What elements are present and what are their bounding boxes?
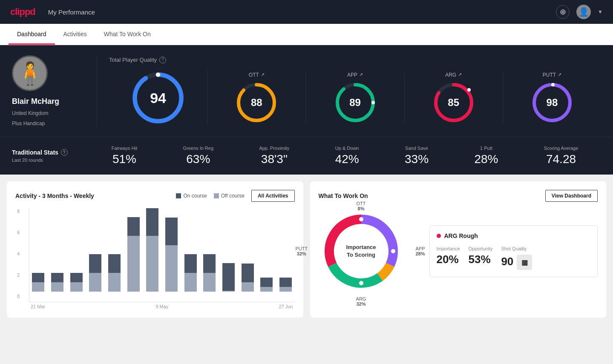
arg-score-item: ARG ↗ 85 <box>405 72 503 124</box>
chart-x-axis: 21 Mar 9 May 27 Jun <box>29 304 295 309</box>
stats-subtitle: Last 20 rounds <box>12 158 89 163</box>
hero-section: 🧍 Blair McHarg United Kingdom Plus Handi… <box>0 45 613 137</box>
bar-group-5 <box>124 217 142 292</box>
work-card: What To Work On View Dashboard OTT 8% AP… <box>310 181 607 318</box>
bar-chart <box>29 209 295 302</box>
header-controls: ⊕ 👤 ▼ <box>556 5 603 19</box>
user-avatar[interactable]: 👤 <box>576 5 591 19</box>
bar-on-8 <box>184 254 197 273</box>
bar-on-4 <box>108 254 121 273</box>
work-detail-area: ARG Rough Importance 20% Opportunity 53%… <box>429 225 598 277</box>
bar-off-7 <box>165 245 178 292</box>
legend-off-course: Off course <box>214 193 245 199</box>
bar-on-12 <box>260 278 273 287</box>
stat-oneputt-label: 1 Putt <box>480 146 492 151</box>
stat-fairways-value: 51% <box>112 152 136 166</box>
logo: clippd <box>10 6 35 17</box>
activity-card: Activity - 3 Months - Weekly On course O… <box>7 181 303 318</box>
stat-proximity-value: 38'3" <box>261 152 288 166</box>
bar-stack-6 <box>144 208 161 292</box>
arg-ring: 85 <box>432 81 475 124</box>
app-score-value: 89 <box>349 97 361 109</box>
bar-group-13 <box>277 278 295 292</box>
all-activities-button[interactable]: All Activities <box>251 190 295 202</box>
bar-group-9 <box>201 254 219 292</box>
stat-scoring-value: 74.28 <box>546 152 576 166</box>
bar-stack-12 <box>258 278 276 292</box>
ott-score-value: 88 <box>251 97 262 109</box>
tab-activities[interactable]: Activities <box>55 24 95 45</box>
putt-score-item: PUTT ↗ 98 <box>503 72 601 124</box>
bar-on-13 <box>279 278 292 287</box>
player-info: 🧍 Blair McHarg United Kingdom Plus Handi… <box>12 55 97 126</box>
bar-on-1 <box>51 273 63 282</box>
bar-off-11 <box>242 282 254 292</box>
stat-greens-value: 63% <box>186 152 210 166</box>
work-detail-card: ARG Rough Importance 20% Opportunity 53%… <box>429 225 598 277</box>
help-icon[interactable]: ? <box>159 57 166 63</box>
bar-stack-2 <box>67 273 85 292</box>
chevron-down-icon: ▼ <box>598 9 603 15</box>
stats-help-icon[interactable]: ? <box>61 149 68 156</box>
ott-arrow-icon: ↗ <box>261 72 265 77</box>
add-button[interactable]: ⊕ <box>556 5 570 19</box>
bar-group-8 <box>181 254 199 292</box>
work-card-title: What To Work On <box>319 192 368 199</box>
svg-point-13 <box>551 83 555 86</box>
svg-point-21 <box>391 249 395 253</box>
bar-off-9 <box>203 273 216 292</box>
work-card-header: What To Work On View Dashboard <box>319 190 598 202</box>
stat-greens-label: Greens In Reg <box>183 146 214 151</box>
chart-y-axis: 8 6 4 2 0 <box>17 209 20 299</box>
legend-on-course: On course <box>176 193 207 199</box>
player-avatar-icon: 🧍 <box>16 62 44 84</box>
donut-chart: ImportanceTo Scoring <box>319 209 404 294</box>
stat-updown-label: Up & Down <box>335 146 359 151</box>
bar-off-12 <box>260 287 273 292</box>
bar-stack-1 <box>49 273 66 292</box>
view-dashboard-button[interactable]: View Dashboard <box>545 190 598 202</box>
shot-quality-box: ▦ <box>517 255 532 270</box>
stat-sandsave: Sand Save 33% <box>405 146 429 166</box>
bar-stack-8 <box>181 254 199 292</box>
bar-off-1 <box>51 282 63 292</box>
svg-point-2 <box>156 72 160 77</box>
stats-bar: Traditional Stats ? Last 20 rounds Fairw… <box>0 137 613 175</box>
stats-info: Traditional Stats ? Last 20 rounds <box>12 149 89 163</box>
tab-dashboard[interactable]: Dashboard <box>9 24 55 45</box>
player-country: United Kingdom <box>12 110 48 116</box>
bar-group-0 <box>29 273 47 292</box>
activity-card-header: Activity - 3 Months - Weekly On course O… <box>15 190 295 202</box>
ott-score-item: OTT ↗ 88 <box>207 72 306 124</box>
quality-section: Total Player Quality ? 94 OTT <box>97 57 601 126</box>
bar-stack-11 <box>239 264 256 292</box>
bottom-section: Activity - 3 Months - Weekly On course O… <box>0 175 613 324</box>
bar-off-13 <box>279 287 292 292</box>
stat-sandsave-value: 33% <box>405 152 429 166</box>
bar-group-7 <box>163 218 181 292</box>
donut-label-app: APP 28% <box>415 246 425 256</box>
stat-updown: Up & Down 42% <box>335 146 359 166</box>
bar-group-6 <box>144 208 161 292</box>
bar-stack-10 <box>220 263 238 292</box>
bar-on-6 <box>146 208 158 236</box>
tab-what-to-work-on[interactable]: What To Work On <box>95 24 159 45</box>
stat-oneputt: 1 Putt 28% <box>474 146 498 166</box>
tab-nav: Dashboard Activities What To Work On <box>0 24 613 45</box>
stats-title: Traditional Stats ? <box>12 149 89 156</box>
bar-group-1 <box>49 273 66 292</box>
svg-point-7 <box>371 101 375 104</box>
bar-off-10 <box>222 291 235 292</box>
player-handicap: Plus Handicap <box>12 120 45 126</box>
app-label: APP ↗ <box>347 72 363 78</box>
detail-importance: Importance 20% <box>437 246 460 270</box>
work-content: OTT 8% APP 28% ARG 32% PUTT 32% <box>319 209 598 294</box>
donut-center-label: ImportanceTo Scoring <box>346 244 376 259</box>
bar-stack-9 <box>201 254 219 292</box>
bar-on-5 <box>127 217 140 236</box>
svg-point-19 <box>359 217 363 221</box>
bar-group-3 <box>86 254 104 292</box>
page-title: My Performance <box>48 9 95 16</box>
stat-fairways-label: Fairways Hit <box>112 146 138 151</box>
bar-off-8 <box>184 273 197 292</box>
